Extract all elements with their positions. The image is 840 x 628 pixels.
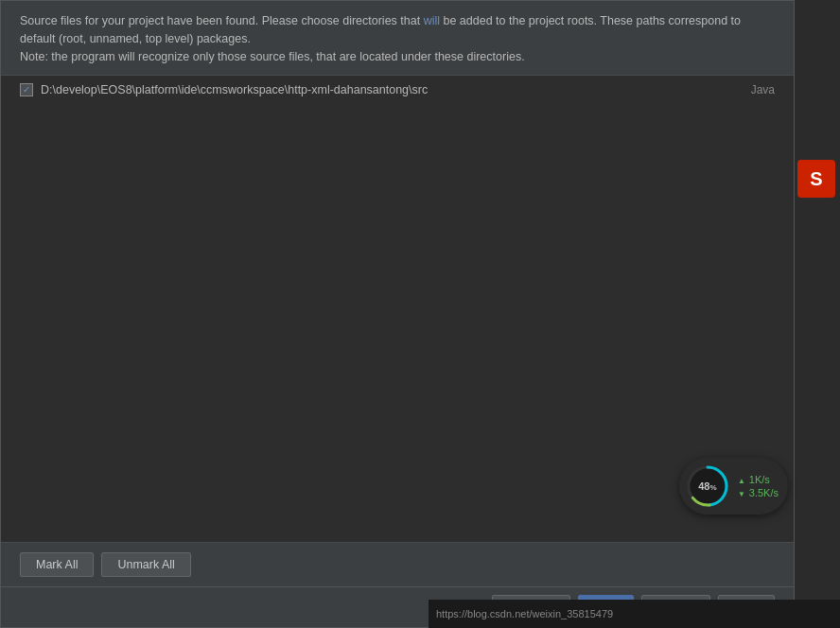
network-widget: 48% 1K/s 3.5K/s: [679, 458, 788, 515]
percent-sign: %: [709, 483, 716, 492]
bottom-buttons-area: Mark All Unmark All: [1, 542, 794, 586]
upload-speed: 1K/s: [738, 474, 779, 485]
s-icon: S: [810, 168, 822, 190]
file-list-area: D:\develop\EOS8\platform\ide\ccmsworkspa…: [1, 76, 794, 542]
file-type: Java: [751, 83, 775, 96]
s-icon-overlay[interactable]: S: [797, 160, 835, 198]
percent-value: 48: [698, 480, 709, 492]
url-bar: https://blog.csdn.net/weixin_35815479: [429, 600, 840, 628]
unmark-all-button[interactable]: Unmark All: [101, 552, 190, 577]
instruction-highlight: will: [424, 14, 440, 27]
mark-all-button[interactable]: Mark All: [20, 552, 94, 577]
upload-arrow-icon: [738, 474, 745, 485]
download-speed: 3.5K/s: [738, 487, 779, 498]
file-checkbox[interactable]: [20, 83, 33, 96]
circle-progress: 48%: [685, 463, 730, 509]
instruction-text-1: Source files for your project have been …: [20, 14, 424, 27]
file-path: D:\develop\EOS8\platform\ide\ccmsworkspa…: [41, 83, 742, 96]
main-dialog: Source files for your project have been …: [0, 0, 795, 628]
upload-speed-value: 1K/s: [749, 474, 770, 485]
download-arrow-icon: [738, 487, 745, 498]
circle-center-text: 48%: [698, 480, 716, 492]
network-speeds: 1K/s 3.5K/s: [738, 474, 779, 498]
download-speed-value: 3.5K/s: [749, 487, 779, 498]
url-text: https://blog.csdn.net/weixin_35815479: [436, 608, 613, 619]
instruction-area: Source files for your project have been …: [1, 1, 794, 76]
file-row[interactable]: D:\develop\EOS8\platform\ide\ccmsworkspa…: [1, 79, 794, 100]
instruction-text-3: Note: the program will recognize only th…: [20, 50, 525, 63]
